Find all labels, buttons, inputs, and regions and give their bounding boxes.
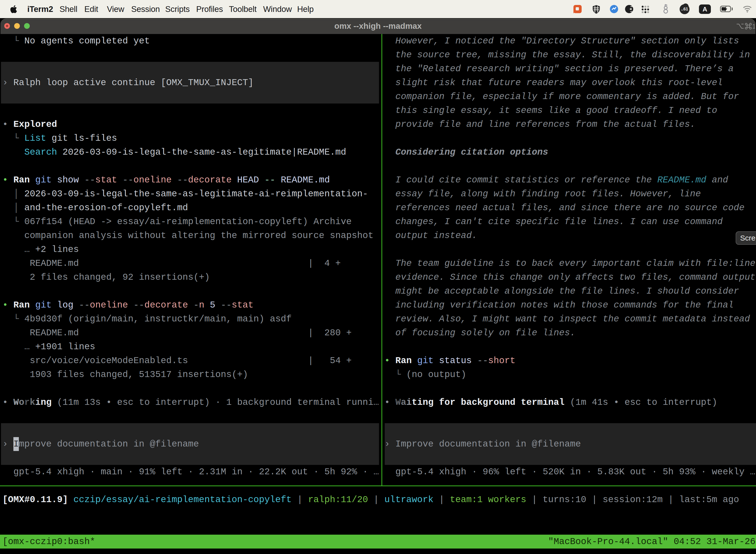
svg-text:1: 1 (752, 23, 755, 30)
